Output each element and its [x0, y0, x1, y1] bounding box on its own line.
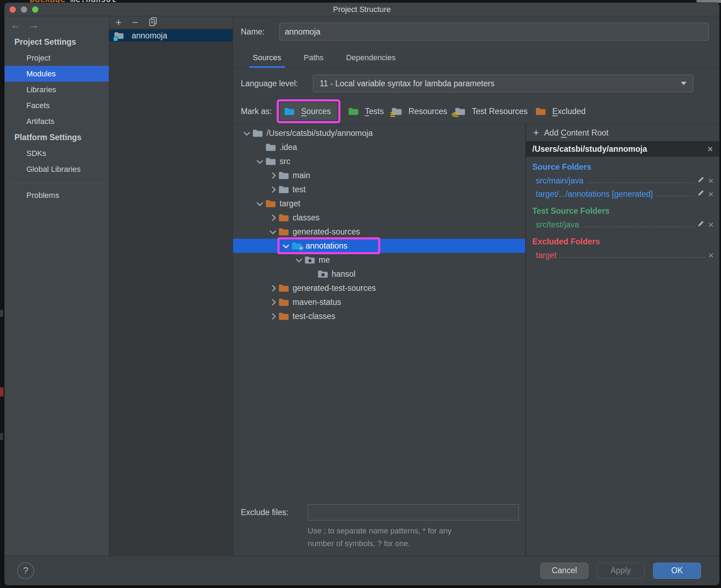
chevron-open-icon[interactable]	[253, 159, 265, 164]
settings-sidebar: ← → Project Settings Project Modules Lib…	[5, 16, 109, 556]
tree-row-main[interactable]: main	[233, 168, 525, 182]
sidebar-item-problems[interactable]: Problems	[5, 187, 109, 203]
language-level-select[interactable]: 11 - Local variable syntax for lambda pa…	[313, 75, 693, 92]
edit-pencil-icon[interactable]	[697, 176, 705, 186]
test-source-folder-row: src/test/java ×	[526, 218, 719, 231]
remove-folder-icon[interactable]: ×	[708, 220, 714, 229]
module-list-item-annomoja[interactable]: annomoja	[109, 30, 233, 42]
project-structure-dialog: Project Structure ← → Project Settings P…	[5, 3, 719, 585]
dialog-body: ← → Project Settings Project Modules Lib…	[5, 16, 719, 556]
background-code-keyword: package	[30, 0, 65, 3]
tree-label: src	[280, 157, 290, 166]
tab-paths[interactable]: Paths	[300, 53, 327, 68]
excluded-folder-icon	[278, 227, 289, 236]
mark-test-resources-button[interactable]: Test Resources	[455, 107, 528, 116]
sidebar-item-facets[interactable]: Facets	[5, 98, 109, 113]
language-level-label: Language level:	[241, 79, 313, 88]
mark-tests-button[interactable]: Tests	[348, 107, 384, 116]
test-source-folder-path[interactable]: src/test/java	[536, 220, 579, 230]
sidebar-item-artifacts[interactable]: Artifacts	[5, 113, 109, 129]
chevron-open-icon[interactable]	[267, 230, 278, 234]
copy-module-icon[interactable]	[149, 17, 157, 28]
chevron-open-icon[interactable]	[293, 258, 305, 262]
sidebar-item-sdks[interactable]: SDKs	[5, 145, 109, 161]
excluded-folder-icon	[278, 213, 289, 222]
traffic-lights	[10, 6, 38, 13]
ok-button[interactable]: OK	[653, 563, 701, 579]
tree-row-target[interactable]: target	[233, 196, 525, 211]
tree-row-src[interactable]: src	[233, 154, 525, 168]
source-folder-row: src/main/java ×	[526, 174, 719, 187]
test-source-folders-title: Test Source Folders	[526, 201, 719, 218]
tree-row-test[interactable]: test	[233, 182, 525, 196]
mark-sources-label: Sources	[301, 107, 331, 116]
help-button[interactable]: ?	[17, 562, 34, 579]
chevron-open-icon[interactable]	[240, 131, 252, 136]
remove-folder-icon[interactable]: ×	[708, 176, 714, 185]
tree-row-idea[interactable]: .idea	[233, 140, 525, 154]
package-icon	[305, 256, 315, 264]
tab-sources[interactable]: Sources	[249, 53, 285, 68]
chevron-closed-icon[interactable]	[267, 215, 278, 220]
source-folders-title: Source Folders	[526, 157, 719, 174]
tree-row-hansol[interactable]: hansol	[233, 267, 525, 281]
mark-test-resources-label: Test Resources	[472, 107, 528, 116]
sidebar-item-libraries[interactable]: Libraries	[5, 82, 109, 98]
tree-row-generated-test-sources[interactable]: generated-test-sources	[233, 281, 525, 295]
exclude-files-input[interactable]	[308, 504, 519, 520]
back-arrow-icon[interactable]: ←	[10, 20, 21, 30]
mark-sources-button[interactable]: Sources	[280, 102, 337, 120]
mark-excluded-button[interactable]: Excluded	[535, 107, 586, 116]
dotted-leader	[656, 196, 694, 196]
chevron-open-icon[interactable]	[253, 201, 265, 206]
sources-tab-content: /Users/catsbi/study/annomoja .idea src	[233, 124, 719, 556]
edit-pencil-icon[interactable]	[697, 189, 705, 199]
source-folder-path[interactable]: target/.../annotations [generated]	[536, 189, 653, 199]
language-level-row: Language level: 11 - Local variable synt…	[233, 68, 719, 99]
source-folder-path[interactable]: src/main/java	[536, 176, 583, 186]
tree-row-test-classes[interactable]: test-classes	[233, 309, 525, 323]
close-window-button[interactable]	[10, 6, 16, 13]
tree-row-maven-status[interactable]: maven-status	[233, 295, 525, 309]
zoom-window-button[interactable]	[32, 6, 38, 13]
tree-row-generated-sources[interactable]: generated-sources	[233, 225, 525, 239]
sidebar-item-modules[interactable]: Modules	[5, 66, 109, 82]
content-root-path-header[interactable]: /Users/catsbi/study/annomoja ×	[526, 141, 719, 157]
edit-pencil-icon[interactable]	[697, 220, 705, 230]
tree-row-content-root[interactable]: /Users/catsbi/study/annomoja	[233, 126, 525, 140]
tree-row-annotations[interactable]: ✳ annotations	[233, 239, 525, 253]
excluded-folder-path[interactable]: target	[536, 251, 557, 260]
mark-resources-button[interactable]: Resources	[391, 107, 447, 116]
sidebar-group-project-settings: Project Settings	[5, 34, 109, 50]
tree-row-me[interactable]: me	[233, 253, 525, 267]
exclude-files-hint: Use ; to separate name patterns, * for a…	[308, 525, 547, 550]
chevron-closed-icon[interactable]	[267, 314, 278, 319]
remove-content-root-icon[interactable]: ×	[708, 144, 713, 154]
forward-arrow-icon[interactable]: →	[29, 20, 39, 30]
folder-icon	[252, 129, 263, 138]
remove-module-icon[interactable]: −	[132, 17, 139, 28]
folder-icon	[265, 157, 276, 166]
chevron-closed-icon[interactable]	[267, 300, 278, 305]
sidebar-item-global-libraries[interactable]: Global Libraries	[5, 161, 109, 177]
cancel-button[interactable]: Cancel	[540, 563, 588, 579]
mark-as-label: Mark as:	[241, 107, 272, 116]
tab-dependencies[interactable]: Dependencies	[343, 53, 399, 68]
content-root-tree-pane: /Users/catsbi/study/annomoja .idea src	[233, 124, 525, 556]
chevron-closed-icon[interactable]	[267, 286, 278, 290]
chevron-closed-icon[interactable]	[267, 187, 278, 192]
exclude-files-block: Exclude files: Use ; to separate name pa…	[233, 504, 525, 556]
add-content-root-button[interactable]: + Add Content Root	[526, 124, 719, 141]
remove-folder-icon[interactable]: ×	[708, 251, 714, 260]
module-toolbar: + −	[109, 16, 233, 29]
chevron-closed-icon[interactable]	[267, 173, 278, 178]
remove-folder-icon[interactable]: ×	[708, 189, 714, 199]
content-root-tree: /Users/catsbi/study/annomoja .idea src	[233, 124, 525, 323]
background-editor-mark	[0, 387, 4, 396]
module-name-input[interactable]	[280, 23, 709, 40]
background-code-fragment: package me.hansol	[30, 0, 116, 3]
tree-row-classes[interactable]: classes	[233, 211, 525, 225]
add-module-icon[interactable]: +	[115, 17, 122, 28]
test-resources-folder-icon	[455, 107, 465, 116]
sidebar-item-project[interactable]: Project	[5, 50, 109, 66]
